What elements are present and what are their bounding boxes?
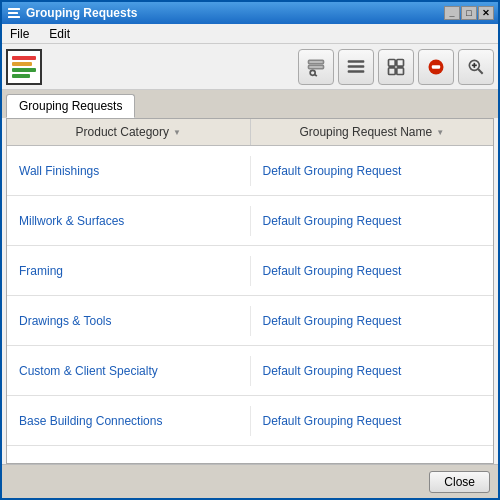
close-button[interactable]: Close — [429, 471, 490, 493]
title-bar: Grouping Requests _ □ ✕ — [2, 2, 498, 24]
request-cell[interactable]: Default Grouping Request — [251, 206, 494, 236]
find-button[interactable] — [458, 49, 494, 85]
sort-icon-category[interactable]: ▼ — [173, 128, 181, 137]
svg-rect-7 — [348, 60, 365, 63]
table-row[interactable]: Framing Default Grouping Request — [7, 246, 493, 296]
category-cell[interactable]: Millwork & Surfaces — [7, 206, 251, 236]
logo-bar-green2 — [12, 74, 30, 78]
stop-button[interactable] — [418, 49, 454, 85]
close-window-button[interactable]: ✕ — [478, 6, 494, 20]
window-icon — [6, 5, 22, 21]
toolbar — [2, 44, 498, 90]
logo-bars — [12, 56, 36, 78]
category-cell[interactable]: Base Building Connections — [7, 406, 251, 436]
svg-rect-10 — [389, 59, 396, 66]
svg-rect-12 — [389, 67, 396, 74]
list-button[interactable] — [338, 49, 374, 85]
main-window: Grouping Requests _ □ ✕ File Edit — [0, 0, 500, 500]
menu-file[interactable]: File — [6, 27, 33, 41]
svg-point-5 — [310, 70, 315, 75]
svg-rect-15 — [432, 65, 440, 68]
logo-bar-green1 — [12, 68, 36, 72]
category-cell[interactable]: Drawings & Tools — [7, 306, 251, 336]
column-header-request: Grouping Request Name ▼ — [251, 119, 494, 145]
logo-bar-red — [12, 56, 36, 60]
category-cell[interactable]: Framing — [7, 256, 251, 286]
table-body: Wall Finishings Default Grouping Request… — [7, 146, 493, 463]
request-cell[interactable]: Default Grouping Request — [251, 306, 494, 336]
category-cell[interactable]: Custom & Client Specialty — [7, 356, 251, 386]
svg-rect-8 — [348, 65, 365, 68]
request-cell[interactable]: Default Grouping Request — [251, 356, 494, 386]
svg-rect-1 — [8, 12, 18, 14]
tab-area: Grouping Requests — [2, 90, 498, 118]
menu-edit[interactable]: Edit — [45, 27, 74, 41]
sort-icon-request[interactable]: ▼ — [436, 128, 444, 137]
grouping-requests-tab[interactable]: Grouping Requests — [6, 94, 135, 118]
category-cell[interactable]: Wall Finishings — [7, 156, 251, 186]
svg-rect-9 — [348, 70, 365, 73]
table-row[interactable]: Millwork & Surfaces Default Grouping Req… — [7, 196, 493, 246]
window-controls: _ □ ✕ — [444, 6, 494, 20]
svg-rect-2 — [8, 16, 20, 18]
table-row[interactable]: Base Building Connections Default Groupi… — [7, 396, 493, 446]
svg-rect-4 — [309, 65, 324, 68]
minimize-button[interactable]: _ — [444, 6, 460, 20]
request-cell[interactable]: Default Grouping Request — [251, 156, 494, 186]
menu-bar: File Edit — [2, 24, 498, 44]
request-cell[interactable]: Default Grouping Request — [251, 406, 494, 436]
table-header: Product Category ▼ Grouping Request Name… — [7, 119, 493, 146]
svg-rect-0 — [8, 8, 20, 10]
svg-line-17 — [478, 69, 483, 74]
app-logo — [6, 49, 42, 85]
svg-rect-3 — [309, 60, 324, 63]
table-row[interactable]: Drawings & Tools Default Grouping Reques… — [7, 296, 493, 346]
svg-rect-11 — [397, 59, 404, 66]
svg-rect-13 — [397, 67, 404, 74]
svg-line-6 — [315, 74, 317, 76]
search-button[interactable] — [298, 49, 334, 85]
window-title: Grouping Requests — [26, 6, 444, 20]
request-cell[interactable]: Default Grouping Request — [251, 256, 494, 286]
maximize-button[interactable]: □ — [461, 6, 477, 20]
logo-bar-orange — [12, 62, 32, 66]
footer: Close — [2, 464, 498, 498]
table-area: Product Category ▼ Grouping Request Name… — [6, 118, 494, 464]
table-row[interactable]: Custom & Client Specialty Default Groupi… — [7, 346, 493, 396]
column-header-category: Product Category ▼ — [7, 119, 251, 145]
table-row[interactable]: Wall Finishings Default Grouping Request — [7, 146, 493, 196]
grid-button[interactable] — [378, 49, 414, 85]
